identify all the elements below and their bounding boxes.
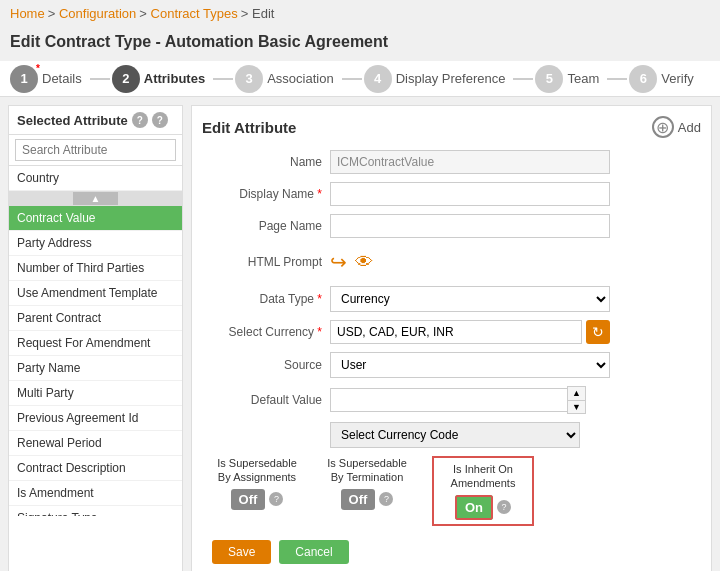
source-select[interactable]: User <box>330 352 610 378</box>
html-prompt-arrow-icon[interactable]: ↪ <box>330 250 347 274</box>
default-value-input[interactable] <box>330 388 568 412</box>
sidebar-item-party-address[interactable]: Party Address <box>9 231 182 256</box>
sidebar-item-contract-value[interactable]: Contract Value <box>9 206 182 231</box>
step-1[interactable]: 1 * Details <box>10 61 88 96</box>
cancel-button[interactable]: Cancel <box>279 540 348 564</box>
sidebar-help-icon2[interactable]: ? <box>152 112 168 128</box>
sidebar-list: Country ▲ Contract Value Party Address N… <box>9 166 182 516</box>
sidebar-item-signature-type[interactable]: Signature Type <box>9 506 182 516</box>
sidebar-item-parent-contract[interactable]: Parent Contract <box>9 306 182 331</box>
display-name-label: Display Name <box>202 187 322 201</box>
toggle-termination-help[interactable]: ? <box>379 492 393 506</box>
html-prompt-eye-icon[interactable]: 👁 <box>355 252 373 273</box>
breadcrumb-configuration[interactable]: Configuration <box>59 6 136 21</box>
step-3[interactable]: 3 Association <box>235 61 339 96</box>
toggle-supersedable-termination: Is Supersedable By Termination Off ? <box>322 456 412 526</box>
html-prompt-label: HTML Prompt <box>202 255 322 269</box>
source-label: Source <box>202 358 322 372</box>
sidebar-item-renewal-period[interactable]: Renewal Period <box>9 431 182 456</box>
edit-panel-title: Edit Attribute <box>202 119 296 136</box>
display-name-input[interactable] <box>330 182 610 206</box>
sidebar-item-multi-party[interactable]: Multi Party <box>9 381 182 406</box>
breadcrumb-home[interactable]: Home <box>10 6 45 21</box>
name-label: Name <box>202 155 322 169</box>
edit-panel: Edit Attribute ⊕ Add Name Display Name P… <box>191 105 712 571</box>
data-type-label: Data Type <box>202 292 322 306</box>
step-4[interactable]: 4 Display Preference <box>364 61 512 96</box>
sidebar-item-contract-description[interactable]: Contract Description <box>9 456 182 481</box>
sidebar-item-use-amendment-template[interactable]: Use Amendment Template <box>9 281 182 306</box>
add-button[interactable]: ⊕ Add <box>652 116 701 138</box>
plus-circle-icon: ⊕ <box>652 116 674 138</box>
action-buttons: Save Cancel <box>212 540 701 564</box>
breadcrumb-edit: Edit <box>252 6 274 21</box>
toggle-amendments-help[interactable]: ? <box>497 500 511 514</box>
toggle-supersedable-assignments: Is Supersedable By Assignments Off ? <box>212 456 302 526</box>
page-name-input[interactable] <box>330 214 610 238</box>
toggles-row: Is Supersedable By Assignments Off ? Is … <box>212 456 701 526</box>
search-attribute-input[interactable] <box>15 139 176 161</box>
breadcrumb: Home > Configuration > Contract Types > … <box>0 0 720 27</box>
step-6[interactable]: 6 Verify <box>629 61 700 96</box>
sidebar-help-icon[interactable]: ? <box>132 112 148 128</box>
toggle-assignments-help[interactable]: ? <box>269 492 283 506</box>
sidebar-header-label: Selected Attribute <box>17 113 128 128</box>
toggle-inherit-amendments: Is Inherit On Amendments On ? <box>432 456 534 526</box>
sidebar-item-country[interactable]: Country <box>9 166 182 191</box>
sidebar-item-is-amendment[interactable]: Is Amendment <box>9 481 182 506</box>
currency-refresh-button[interactable]: ↻ <box>586 320 610 344</box>
toggle-assignments-switch[interactable]: Off <box>231 489 266 510</box>
step-5[interactable]: 5 Team <box>535 61 605 96</box>
data-type-select[interactable]: Currency <box>330 286 610 312</box>
sidebar-scroll-up[interactable]: ▲ <box>9 191 182 206</box>
page-title: Edit Contract Type - Automation Basic Ag… <box>0 27 720 61</box>
toggle-termination-switch[interactable]: Off <box>341 489 376 510</box>
step-2[interactable]: 2 Attributes <box>112 61 211 96</box>
save-button[interactable]: Save <box>212 540 271 564</box>
sidebar: Selected Attribute ? ? Country ▲ Contrac… <box>8 105 183 571</box>
select-currency-label: Select Currency <box>202 325 322 339</box>
page-name-label: Page Name <box>202 219 322 233</box>
sidebar-item-number-third-parties[interactable]: Number of Third Parties <box>9 256 182 281</box>
spinner-down-button[interactable]: ▼ <box>568 401 585 414</box>
breadcrumb-contract-types[interactable]: Contract Types <box>151 6 238 21</box>
name-input[interactable] <box>330 150 610 174</box>
sidebar-item-request-amendment[interactable]: Request For Amendment <box>9 331 182 356</box>
sidebar-item-previous-agreement[interactable]: Previous Agreement Id <box>9 406 182 431</box>
sidebar-item-party-name[interactable]: Party Name <box>9 356 182 381</box>
spinner-up-button[interactable]: ▲ <box>568 387 585 401</box>
currency-code-select[interactable]: Select Currency Code <box>330 422 580 448</box>
select-currency-input[interactable] <box>330 320 582 344</box>
steps-bar: 1 * Details 2 Attributes 3 Association 4… <box>0 61 720 97</box>
default-value-label: Default Value <box>202 393 322 407</box>
toggle-amendments-switch[interactable]: On <box>455 495 493 520</box>
